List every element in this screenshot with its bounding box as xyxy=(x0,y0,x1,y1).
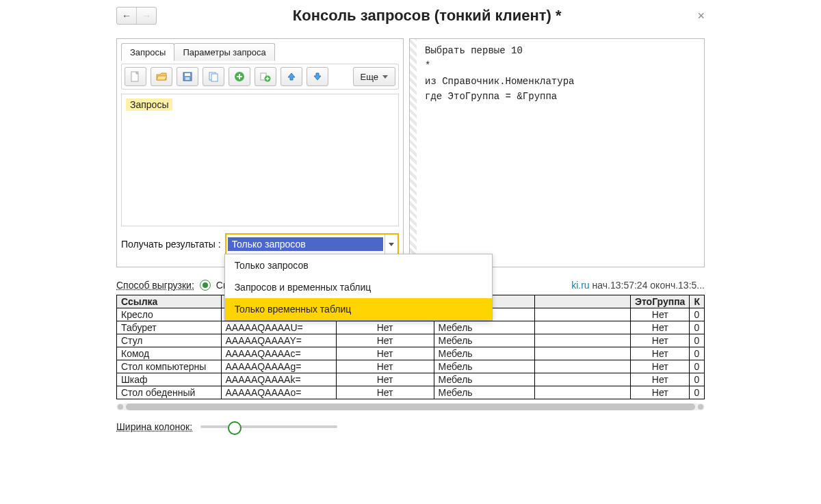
table-cell: AAAAAQAAAAY= xyxy=(221,334,336,347)
timing-info: нач.13:57:24 оконч.13:5... xyxy=(592,280,705,291)
output-mode-label: Способ выгрузки: xyxy=(116,280,194,291)
source-link[interactable]: ki.ru xyxy=(571,280,589,291)
tab-params[interactable]: Параметры запроса xyxy=(174,43,274,61)
option-only-queries[interactable]: Только запросов xyxy=(225,254,492,276)
move-up-icon[interactable] xyxy=(281,67,302,86)
table-cell: Нет xyxy=(630,347,690,360)
add-child-icon[interactable] xyxy=(255,67,276,86)
more-button[interactable]: Еще xyxy=(353,67,395,86)
forward-button[interactable]: → xyxy=(137,8,156,24)
table-cell: 0 xyxy=(690,334,705,347)
query-gutter xyxy=(410,39,417,267)
svg-rect-5 xyxy=(211,74,218,81)
back-button[interactable]: ← xyxy=(117,8,137,24)
table-row[interactable]: СтулAAAAAQAAAAY=НетМебельНет0 xyxy=(117,334,705,347)
table-cell: Кресло xyxy=(117,308,222,321)
result-mode-select[interactable]: Только запросов xyxy=(225,233,399,255)
column-header[interactable] xyxy=(535,295,631,308)
table-cell: AAAAAQAAAAU= xyxy=(221,321,336,334)
table-cell: AAAAAQAAAAg= xyxy=(221,360,336,373)
select-dropdown-button[interactable] xyxy=(385,235,398,254)
table-cell: AAAAAQAAAAc= xyxy=(221,347,336,360)
table-cell: Нет xyxy=(336,334,434,347)
table-cell: Стул xyxy=(117,334,222,347)
table-cell: 0 xyxy=(690,321,705,334)
table-cell xyxy=(535,360,631,373)
option-queries-and-temp[interactable]: Запросов и временных таблиц xyxy=(225,276,492,298)
table-cell: AAAAAQAAAAo= xyxy=(221,386,336,399)
table-cell: Нет xyxy=(630,360,690,373)
table-row[interactable]: ТабуретAAAAAQAAAAU=НетМебельНет0 xyxy=(117,321,705,334)
table-cell: Нет xyxy=(630,308,690,321)
more-label: Еще xyxy=(361,72,378,82)
table-cell: Шкаф xyxy=(117,373,222,386)
table-cell: 0 xyxy=(690,308,705,321)
table-cell: Мебель xyxy=(434,321,535,334)
copy-icon[interactable] xyxy=(203,67,224,86)
save-icon[interactable] xyxy=(177,67,198,86)
table-cell: Мебель xyxy=(434,360,535,373)
add-icon[interactable] xyxy=(229,67,250,86)
close-button[interactable]: × xyxy=(697,9,705,23)
nav-buttons: ← → xyxy=(116,7,157,25)
table-cell: Стол обеденный xyxy=(117,386,222,399)
queries-panel: Запросы Параметры запроса Еще Запросы xyxy=(116,38,404,267)
table-row[interactable]: ШкафAAAAAQAAAAk=НетМебельНет0 xyxy=(117,373,705,386)
table-cell: Нет xyxy=(336,321,434,334)
move-down-icon[interactable] xyxy=(307,67,328,86)
table-cell xyxy=(535,373,631,386)
query-text-panel[interactable]: Выбрать первые 10 * из Справочник.Номенк… xyxy=(409,38,705,267)
chevron-down-icon xyxy=(382,75,388,79)
column-header[interactable]: К xyxy=(690,295,705,308)
tree-root[interactable]: Запросы xyxy=(126,98,172,111)
table-cell: Стол компьютерны xyxy=(117,360,222,373)
new-icon[interactable] xyxy=(125,67,146,86)
table-cell: Мебель xyxy=(434,373,535,386)
slider-knob[interactable] xyxy=(228,421,242,435)
column-width-label: Ширина колонок: xyxy=(116,421,192,432)
table-cell: 0 xyxy=(690,347,705,360)
toolbar: Еще xyxy=(121,64,399,90)
table-cell: Нет xyxy=(336,373,434,386)
table-cell xyxy=(535,321,631,334)
table-cell: Нет xyxy=(336,347,434,360)
table-row[interactable]: Стол обеденныйAAAAAQAAAAo=НетМебельНет0 xyxy=(117,386,705,399)
column-header[interactable]: ЭтоГруппа xyxy=(630,295,690,308)
table-cell: Мебель xyxy=(434,334,535,347)
result-mode-dropdown: Только запросов Запросов и временных таб… xyxy=(224,254,493,321)
column-header[interactable]: Ссылка xyxy=(117,295,222,308)
radio-list[interactable] xyxy=(200,280,211,291)
page-title: Консоль запросов (тонкий клиент) * xyxy=(157,7,697,25)
horizontal-scrollbar[interactable] xyxy=(116,403,705,410)
table-cell xyxy=(535,308,631,321)
result-label: Получать результаты : xyxy=(121,239,221,250)
table-cell: Нет xyxy=(630,386,690,399)
open-icon[interactable] xyxy=(151,67,172,86)
table-cell xyxy=(535,347,631,360)
table-row[interactable]: Стол компьютерныAAAAAQAAAAg=НетМебельНет… xyxy=(117,360,705,373)
table-row[interactable]: КомодAAAAAQAAAAc=НетМебельНет0 xyxy=(117,347,705,360)
query-text[interactable]: Выбрать первые 10 * из Справочник.Номенк… xyxy=(425,43,699,105)
chevron-down-icon xyxy=(389,243,394,246)
table-cell: 0 xyxy=(690,360,705,373)
table-cell: Нет xyxy=(336,360,434,373)
table-cell xyxy=(535,334,631,347)
table-cell: Нет xyxy=(630,373,690,386)
query-tree[interactable]: Запросы xyxy=(121,94,399,226)
svg-rect-3 xyxy=(185,77,190,80)
option-only-temp[interactable]: Только временных таблиц xyxy=(225,298,492,320)
select-value: Только запросов xyxy=(228,237,383,251)
column-width-slider[interactable] xyxy=(200,425,337,428)
table-cell: 0 xyxy=(690,386,705,399)
table-cell xyxy=(535,386,631,399)
table-cell: AAAAAQAAAAk= xyxy=(221,373,336,386)
table-cell: 0 xyxy=(690,373,705,386)
svg-rect-2 xyxy=(185,73,190,76)
table-cell: Комод xyxy=(117,347,222,360)
table-cell: Мебель xyxy=(434,386,535,399)
table-cell: Нет xyxy=(630,321,690,334)
table-cell: Табурет xyxy=(117,321,222,334)
table-cell: Нет xyxy=(336,386,434,399)
table-cell: Мебель xyxy=(434,347,535,360)
tab-queries[interactable]: Запросы xyxy=(121,43,174,61)
